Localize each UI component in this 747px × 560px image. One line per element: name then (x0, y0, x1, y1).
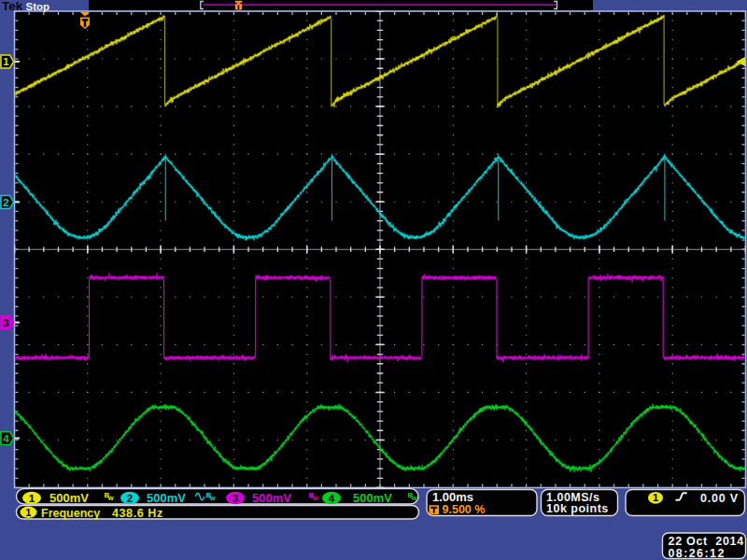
svg-text:3: 3 (233, 493, 238, 504)
svg-text:1: 1 (29, 493, 35, 504)
svg-text:Stop: Stop (26, 1, 50, 12)
svg-text:0.00 V: 0.00 V (700, 492, 739, 505)
svg-text:08:26:12: 08:26:12 (669, 547, 726, 560)
svg-text:1.00ms: 1.00ms (432, 490, 473, 504)
svg-text:9.500 %: 9.500 % (443, 503, 486, 516)
svg-text:500mV: 500mV (353, 491, 392, 505)
svg-text:Tek: Tek (2, 0, 23, 13)
svg-text:w: w (107, 494, 114, 502)
svg-text:w: w (209, 494, 216, 502)
svg-text:2: 2 (3, 197, 8, 208)
svg-text:438.6 Hz: 438.6 Hz (112, 507, 163, 520)
svg-text:500mV: 500mV (252, 491, 291, 505)
svg-text:10k points: 10k points (546, 502, 609, 515)
svg-text:500mV: 500mV (147, 491, 186, 505)
svg-text:2: 2 (127, 493, 133, 504)
svg-text:3: 3 (3, 317, 8, 329)
svg-text:w: w (411, 494, 417, 502)
svg-text:500mV: 500mV (49, 491, 89, 505)
svg-text:Frequency: Frequency (41, 507, 100, 520)
svg-text:1: 1 (3, 56, 9, 67)
svg-text:4: 4 (329, 493, 335, 504)
svg-text:1: 1 (26, 507, 32, 518)
svg-text:w: w (312, 494, 318, 502)
svg-text:4: 4 (3, 433, 9, 444)
svg-text:1: 1 (653, 492, 658, 503)
